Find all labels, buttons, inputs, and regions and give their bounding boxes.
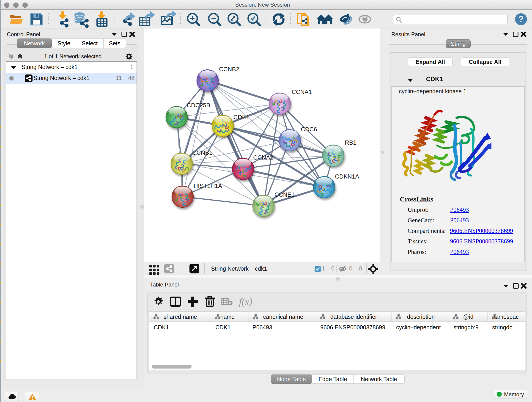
- svg-text:1 – 0: 1 – 0: [322, 265, 335, 272]
- svg-text:CCNE1: CCNE1: [274, 191, 295, 198]
- svg-text:CCNA1: CCNA1: [292, 89, 312, 95]
- svg-text:String Network – cdk1: String Network – cdk1: [211, 265, 267, 272]
- svg-text:0 – 0: 0 – 0: [349, 265, 362, 272]
- svg-text:CCNB2: CCNB2: [219, 66, 239, 73]
- svg-text:@id: @id: [463, 313, 474, 320]
- svg-text:f(x): f(x): [239, 296, 252, 307]
- svg-text:namespac: namespac: [492, 313, 519, 320]
- svg-text:description: description: [407, 313, 435, 320]
- svg-text:CDK1: CDK1: [215, 324, 231, 331]
- svg-text:CDK1: CDK1: [154, 324, 169, 331]
- svg-text:shared name: shared name: [164, 313, 197, 320]
- svg-text:HIST1H1A: HIST1H1A: [194, 182, 222, 189]
- svg-text:stringdb:9...: stringdb:9...: [453, 324, 483, 331]
- svg-text:canonical name: canonical name: [263, 313, 303, 320]
- svg-text:RB1: RB1: [345, 139, 356, 146]
- svg-text:CCNB1: CCNB1: [192, 149, 212, 156]
- svg-text:CDK1: CDK1: [234, 114, 249, 121]
- svg-text:CDC25B: CDC25B: [187, 102, 210, 109]
- svg-text:?: ?: [519, 14, 524, 24]
- svg-text:cyclin–dependent ...: cyclin–dependent ...: [396, 324, 447, 331]
- svg-text:CDKN1A: CDKN1A: [335, 173, 359, 180]
- svg-text:CCNA2: CCNA2: [253, 154, 273, 161]
- svg-text:database identifier: database identifier: [330, 313, 377, 320]
- svg-text:P06493: P06493: [253, 324, 272, 331]
- svg-text:CDC6: CDC6: [301, 126, 317, 133]
- svg-text:stringdb: stringdb: [492, 324, 513, 331]
- svg-text:name: name: [220, 313, 235, 320]
- svg-text:9606.ENSP00000378699: 9606.ENSP00000378699: [320, 324, 385, 331]
